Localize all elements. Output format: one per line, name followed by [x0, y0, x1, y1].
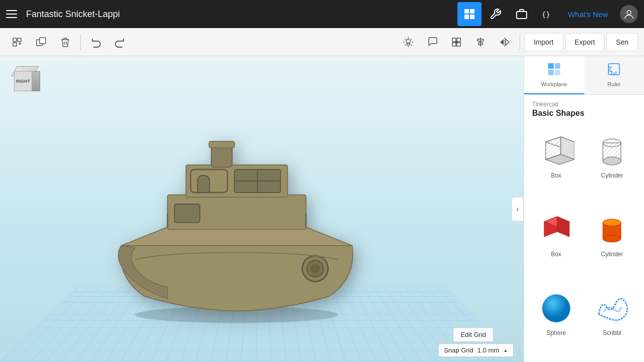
shape-item-box-solid[interactable]: Box	[530, 205, 582, 279]
edit-grid-button[interactable]: Edit Grid	[453, 327, 494, 342]
collapse-arrow-icon: ›	[516, 205, 519, 214]
shapes-header: Tinkercad Basic Shapes	[524, 95, 644, 122]
undo-button[interactable]	[85, 31, 107, 53]
toolbar-divider-1	[80, 34, 81, 50]
svg-rect-1	[470, 9, 474, 14]
svg-text:{}: {}	[542, 11, 550, 19]
group-button[interactable]	[445, 31, 467, 53]
shape-preview-box-solid	[536, 209, 576, 249]
tab-workplane-label: Workplane	[541, 81, 567, 87]
ruler-icon	[607, 62, 621, 79]
svg-rect-35	[175, 204, 200, 223]
svg-rect-7	[13, 38, 17, 42]
shape-label-box-solid: Box	[551, 251, 561, 258]
export-button[interactable]: Export	[565, 33, 604, 51]
svg-rect-41	[548, 63, 554, 69]
svg-point-14	[406, 39, 410, 43]
svg-marker-24	[500, 39, 504, 45]
panel-collapse-button[interactable]: ›	[512, 197, 524, 221]
right-panel: Workplane Ruler Tinkerc	[524, 56, 644, 362]
shape-item-cylinder-solid[interactable]: Cylinder	[586, 205, 638, 279]
svg-rect-11	[40, 38, 46, 44]
shape-label-box-wireframe: Box	[551, 172, 561, 179]
svg-marker-25	[506, 39, 509, 45]
tab-ruler-label: Ruler	[607, 81, 620, 87]
svg-point-61	[603, 157, 621, 165]
svg-rect-18	[457, 43, 460, 46]
svg-point-66	[603, 219, 621, 226]
main-area: RIGHT	[0, 56, 644, 362]
orientation-cube[interactable]: RIGHT	[10, 66, 40, 96]
shape-item-cylinder-wireframe[interactable]: Cylinder	[586, 126, 638, 201]
workplane-icon	[547, 62, 561, 79]
shape-preview-sphere-solid	[536, 287, 576, 327]
svg-rect-8	[18, 38, 21, 42]
svg-rect-9	[13, 43, 17, 46]
shape-preview-cylinder-solid	[592, 209, 632, 249]
svg-point-40	[310, 264, 319, 273]
light-button[interactable]	[397, 31, 419, 53]
svg-rect-3	[470, 15, 474, 19]
user-avatar[interactable]	[620, 5, 638, 23]
svg-rect-4	[517, 12, 527, 19]
shape-preview-scribble	[592, 287, 632, 327]
shape-preview-cylinder-wireframe	[592, 130, 632, 170]
whats-new-button[interactable]: What's New	[562, 2, 614, 26]
shapes-grid: Box Cylinder	[524, 122, 644, 362]
shape-label-cylinder-solid: Cylinder	[601, 251, 623, 258]
align-button[interactable]	[469, 31, 492, 53]
add-object-button[interactable]	[6, 31, 28, 53]
svg-point-6	[627, 11, 631, 15]
svg-rect-0	[464, 9, 469, 14]
viewport[interactable]: RIGHT	[0, 56, 524, 362]
svg-rect-16	[457, 38, 460, 42]
shape-item-sphere-solid[interactable]: Sphere	[530, 283, 582, 358]
shape-label-cylinder-wireframe: Cylinder	[601, 172, 623, 179]
send-button[interactable]: Sen	[606, 33, 638, 51]
mirror-button[interactable]	[494, 31, 516, 53]
menu-icon[interactable]	[6, 7, 20, 21]
snap-grid-control: Snap Grid 1.0 mm ▲	[438, 343, 514, 357]
shape-label-scribble: Scribbl	[603, 329, 621, 336]
briefcase-button[interactable]	[510, 2, 534, 26]
svg-point-60	[603, 139, 621, 147]
top-navigation: Fantastic Snicket-Lappi {} What's New	[0, 0, 644, 28]
svg-rect-34	[209, 141, 235, 148]
delete-button[interactable]	[54, 31, 76, 53]
grid-view-button[interactable]	[457, 2, 481, 26]
svg-rect-15	[452, 38, 456, 42]
svg-point-19	[455, 41, 457, 43]
tab-workplane[interactable]: Workplane	[524, 56, 584, 94]
boat-model	[75, 86, 398, 322]
tab-ruler[interactable]: Ruler	[584, 56, 645, 94]
svg-rect-17	[452, 43, 456, 46]
snap-grid-value: 1.0 mm	[477, 346, 499, 354]
snap-grid-label: Snap Grid	[444, 346, 473, 354]
svg-marker-64	[557, 217, 569, 237]
app-title: Fantastic Snicket-Lappi	[26, 9, 457, 20]
cube-label: RIGHT	[16, 79, 30, 84]
redo-button[interactable]	[109, 31, 131, 53]
svg-rect-2	[464, 15, 469, 19]
shapes-title: Basic Shapes	[532, 109, 636, 118]
shape-preview-box-wireframe	[536, 130, 576, 170]
svg-point-67	[603, 235, 621, 242]
import-button[interactable]: Import	[524, 33, 563, 51]
tools-button[interactable]	[484, 2, 508, 26]
panel-tabs: Workplane Ruler	[524, 56, 644, 95]
nav-icons: {} What's New	[457, 2, 638, 26]
shape-item-scribble[interactable]: Scribbl	[586, 283, 638, 358]
toolbar: Import Export Sen	[0, 28, 644, 56]
svg-rect-43	[548, 70, 554, 75]
shape-label-sphere-solid: Sphere	[546, 329, 566, 336]
duplicate-button[interactable]	[30, 31, 52, 53]
shape-item-box-wireframe[interactable]: Box	[530, 126, 582, 201]
svg-point-68	[542, 294, 570, 322]
code-button[interactable]: {}	[536, 2, 560, 26]
svg-rect-42	[555, 63, 560, 69]
shapes-source: Tinkercad	[532, 101, 636, 108]
svg-rect-44	[555, 70, 560, 75]
toolbar-divider-2	[520, 34, 520, 50]
snap-grid-arrow[interactable]: ▲	[503, 347, 508, 353]
note-button[interactable]	[421, 31, 443, 53]
